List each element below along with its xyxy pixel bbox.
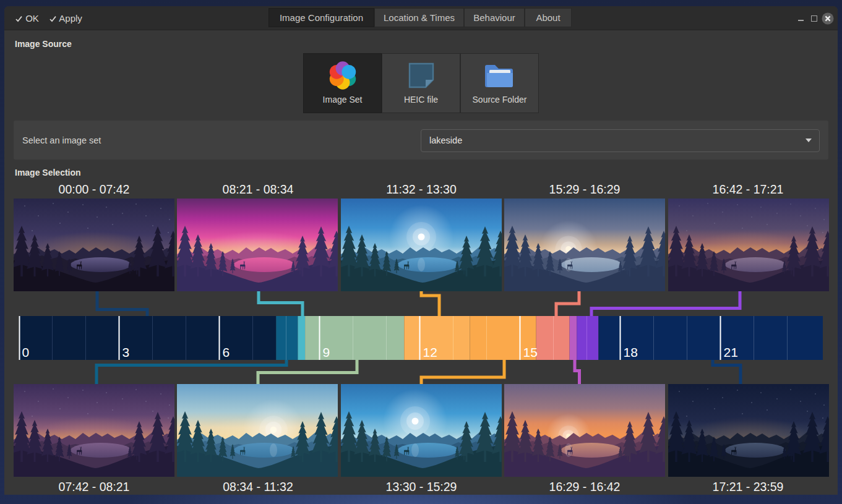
svg-text:15: 15 [523,345,538,359]
svg-text:9: 9 [323,345,330,359]
svg-text:0: 0 [22,345,30,359]
svg-text:3: 3 [122,345,130,359]
svg-text:21: 21 [724,345,738,359]
svg-text:6: 6 [223,345,230,359]
svg-text:18: 18 [624,345,638,359]
svg-text:12: 12 [423,345,437,359]
